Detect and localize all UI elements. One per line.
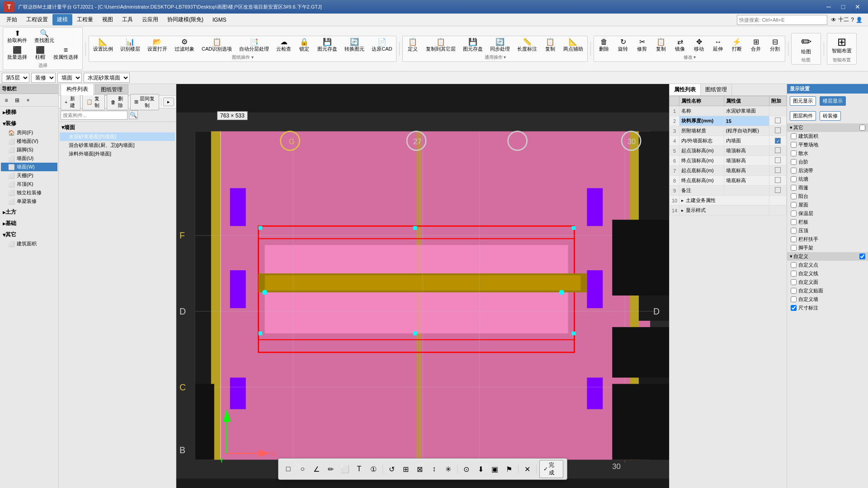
prop-extra-8[interactable] [769, 176, 787, 186]
menu-collab[interactable]: 协同建模(限免) [163, 14, 208, 25]
wall-select[interactable]: 墙面 [57, 73, 82, 83]
copy-component-btn[interactable]: 📋 复制 [82, 94, 105, 110]
tb-define[interactable]: 📋定义 [404, 37, 422, 54]
cb-9[interactable] [775, 187, 781, 193]
tb-find-element[interactable]: 🔍查找图元 [31, 28, 57, 45]
custom-toggle[interactable]: ▾ [790, 253, 793, 259]
canopy-cb[interactable] [791, 185, 797, 191]
ft-circle[interactable]: ○ [296, 463, 308, 475]
menu-modeling[interactable]: 建模 [52, 14, 72, 25]
tb-copy-layer[interactable]: 📋复制到其它层 [423, 37, 459, 54]
floor-display-btn[interactable]: 楼层显示 [820, 96, 846, 106]
component-search-input[interactable] [61, 111, 127, 120]
prop-extra-4[interactable] [769, 136, 787, 146]
ft-undo[interactable]: ↺ [385, 463, 397, 475]
tb-pick-component[interactable]: ⬆拾取构件 [4, 28, 30, 45]
terrace-cb[interactable] [791, 159, 797, 165]
menu-cloud[interactable]: 云应用 [137, 14, 163, 25]
menu-tools[interactable]: 工具 [118, 14, 137, 25]
ft-star[interactable]: ✳ [442, 463, 454, 475]
close-button[interactable]: ✕ [851, 2, 864, 11]
more-btn[interactable]: ▸ [163, 98, 174, 106]
ft-poly[interactable]: ⬜ [339, 463, 351, 475]
prop-value-4[interactable]: 内墙面 [724, 136, 769, 146]
tb-mirror[interactable]: ⇄镜像 [671, 37, 689, 54]
custom-wall-cb[interactable] [791, 296, 797, 302]
nav-item-column-decoration[interactable]: ⬜ 独立柱装修 [1, 188, 57, 197]
nav-section-stairs-title[interactable]: ▸ 楼梯 [1, 108, 57, 117]
ft-snap[interactable]: ⊠ [414, 463, 426, 475]
minimize-button[interactable]: ─ [822, 2, 835, 11]
tb-sync[interactable]: 🔄同步处理 [487, 37, 513, 54]
cb-6[interactable] [775, 157, 781, 163]
ft-bookmark[interactable]: ⚑ [503, 463, 515, 475]
decoration-select[interactable]: 装修 [31, 73, 56, 83]
tb-copy[interactable]: 📋复制 [541, 37, 559, 54]
tb-smart-layout[interactable]: ⊞ 智能布置 [828, 34, 855, 57]
cb-5[interactable] [775, 147, 781, 153]
tb-filter[interactable]: ⚙过滤对象 [171, 37, 198, 54]
prop-extra-6[interactable] [769, 156, 787, 166]
tb-draw[interactable]: ✏绘图 [793, 34, 820, 57]
component-paint-exterior[interactable]: 涂料外墙面[外墙面] [60, 150, 175, 158]
cb-7[interactable] [775, 167, 781, 173]
prop-extra-3[interactable] [769, 126, 787, 136]
tb-auto-layer[interactable]: 📑自动分层处理 [236, 37, 272, 54]
search-btn[interactable]: 🔍 [129, 110, 138, 119]
nav-item-wall-u[interactable]: ⬜ 墙面(U) [1, 154, 57, 163]
balcony-cb[interactable] [791, 193, 797, 199]
pond-cb[interactable] [791, 176, 797, 182]
scatter-cb[interactable] [791, 150, 797, 156]
dimension-cb[interactable] [791, 305, 797, 311]
tb-set-scale[interactable]: 📐设置比例 [90, 37, 116, 54]
prop-extra-5[interactable] [769, 146, 787, 156]
ft-done-btn[interactable]: ✓ 完成 [539, 460, 563, 478]
tb-merge[interactable]: ⊞合并 [747, 37, 765, 54]
nav-grid-icon[interactable]: ⊞ [13, 96, 22, 105]
menu-igms[interactable]: IGMS [208, 15, 231, 25]
post-pour-cb[interactable] [791, 168, 797, 174]
prop-value-9[interactable] [724, 186, 769, 196]
custom-cb[interactable] [859, 253, 865, 259]
custom-point-cb[interactable] [791, 262, 797, 268]
nav-item-room[interactable]: 🏠 房间(F) [1, 128, 57, 137]
cad-canvas[interactable]: G 27 30 F D C F D C B 25 27 [176, 84, 669, 488]
nav-item-beam-decoration[interactable]: ⬜ 单梁装修 [1, 197, 57, 206]
tb-convert[interactable]: 🔄转换图元 [341, 37, 368, 54]
tb-copy2[interactable]: 📋复制 [652, 37, 670, 54]
custom-tile-cb[interactable] [791, 288, 797, 294]
prop-extra-14[interactable] [769, 206, 787, 216]
tb-lock[interactable]: 🔒锁定 [295, 37, 313, 54]
cb-4[interactable] [775, 138, 781, 144]
ft-flip[interactable]: ↕ [428, 463, 440, 475]
ft-rectangle[interactable]: □ [282, 463, 294, 475]
prop-extra-10[interactable] [769, 196, 787, 206]
walltype-select[interactable]: 水泥砂浆墙面 [84, 73, 130, 83]
prop-value-2[interactable]: 15 [724, 116, 769, 126]
component-mixed-mortar[interactable]: 混合砂浆墙面(厨、卫)[内墙面] [60, 141, 175, 150]
prop-extra-9[interactable] [769, 186, 787, 196]
nav-add-icon[interactable]: + [24, 96, 33, 105]
tb-cad-select[interactable]: 📋CAD识别选项 [198, 37, 235, 54]
element-display-btn[interactable]: 图元显示 [790, 96, 816, 106]
building-area-cb[interactable] [791, 133, 797, 139]
delete-component-btn[interactable]: 🗑 删除 [107, 94, 128, 110]
tb-length-mark[interactable]: 📏长度标注 [514, 37, 540, 54]
tab-props-drawing[interactable]: 图纸管理 [701, 84, 732, 95]
ft-target[interactable]: ⊙ [460, 463, 472, 475]
ft-annotation[interactable]: ① [367, 463, 379, 475]
tb-rotate[interactable]: ↻旋转 [614, 37, 632, 54]
tb-two-point[interactable]: 📐两点辅助 [560, 37, 586, 54]
expand-btn-10[interactable]: ▸ [681, 198, 684, 203]
quick-search-input[interactable] [737, 15, 827, 25]
tb-split[interactable]: ⊟分割 [766, 37, 784, 54]
prop-value-1[interactable]: 水泥砂浆墙面 [724, 106, 769, 116]
tb-break[interactable]: ⚡打断 [728, 37, 746, 54]
prop-name-14[interactable]: ▸ 显示样式 [679, 206, 769, 216]
nav-section-foundation-title[interactable]: ▸ 基础 [1, 219, 57, 228]
tb-trim[interactable]: ✂修剪 [633, 37, 651, 54]
nav-section-earthwork-title[interactable]: ▸ 土方 [1, 207, 57, 217]
prop-value-8[interactable]: 墙底标高 [724, 176, 769, 186]
nav-item-floor-v[interactable]: ⬜ 楼地面(V) [1, 137, 57, 145]
tb-element-save[interactable]: 💾图元存盘 [314, 37, 340, 54]
